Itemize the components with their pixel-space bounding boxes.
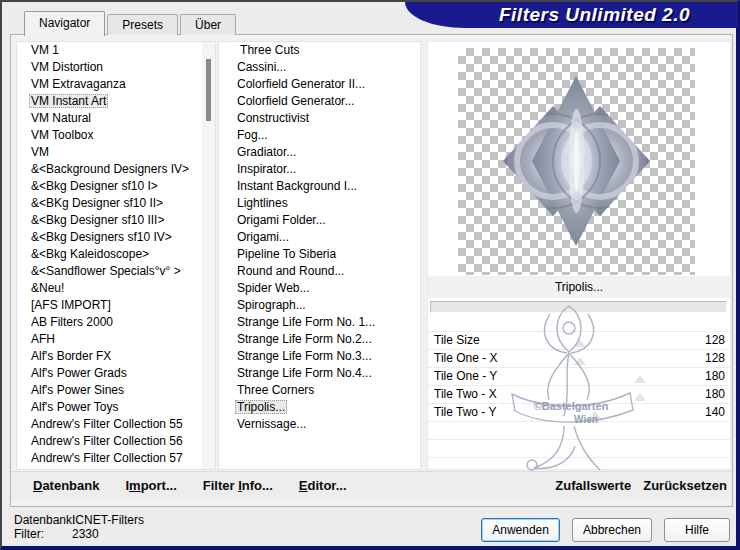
- category-list-item[interactable]: &<Background Designers IV>: [17, 161, 215, 178]
- category-item-label: VM Toolbox: [29, 128, 95, 142]
- progress-bar: [430, 301, 727, 313]
- category-list[interactable]: VM 1VM DistortionVM ExtravaganzaVM Insta…: [16, 41, 216, 470]
- filter-list-item[interactable]: Strange Life Form No.3...: [219, 348, 420, 365]
- category-item-label: VM: [29, 145, 51, 159]
- preview-image[interactable]: [458, 48, 695, 275]
- category-list-item[interactable]: &<Bkg Designer sf10 III>: [17, 212, 215, 229]
- category-scrollbar[interactable]: [202, 42, 215, 469]
- status-filter-row: Filter:2330: [14, 527, 144, 541]
- category-list-item[interactable]: [AFS IMPORT]: [17, 297, 215, 314]
- footer-link-import[interactable]: Import...: [125, 478, 176, 493]
- filter-list-item[interactable]: Pipeline To Siberia: [219, 246, 420, 263]
- slider-thumb-icon[interactable]: [589, 411, 601, 419]
- param-empty-row: [428, 440, 730, 458]
- footer-link-zur-cksetzen[interactable]: Zurücksetzen: [643, 478, 727, 493]
- tab-ber[interactable]: Über: [180, 14, 236, 35]
- slider-thumb-icon[interactable]: [574, 357, 586, 365]
- filter-list[interactable]: Three CutsCassini...Colorfield Generator…: [218, 41, 421, 470]
- param-value: 128: [705, 332, 725, 349]
- category-list-item[interactable]: VM Instant Art: [17, 93, 215, 110]
- filter-list-item[interactable]: Spider Web...: [219, 280, 420, 297]
- param-slider-row[interactable]: Tile Two - X180: [428, 386, 730, 404]
- category-list-item[interactable]: Andrew's Filter Collection 58: [17, 467, 215, 470]
- category-list-item[interactable]: &<Bkg Designers sf10 IV>: [17, 229, 215, 246]
- slider-thumb-icon[interactable]: [634, 375, 646, 383]
- category-list-item[interactable]: Alf's Power Sines: [17, 382, 215, 399]
- filter-list-item[interactable]: Inspirator...: [219, 161, 420, 178]
- footer-link-zufallswerte[interactable]: Zufallswerte: [555, 478, 631, 493]
- filter-list-items: Three CutsCassini...Colorfield Generator…: [219, 42, 420, 433]
- category-list-item[interactable]: VM Natural: [17, 110, 215, 127]
- category-item-label: Alf's Power Sines: [29, 383, 126, 397]
- anwenden-button[interactable]: Anwenden: [481, 518, 560, 542]
- tab-navigator[interactable]: Navigator: [24, 11, 105, 36]
- category-list-item[interactable]: &<BKg Designer sf10 II>: [17, 195, 215, 212]
- filter-list-item[interactable]: Origami Folder...: [219, 212, 420, 229]
- param-slider-row[interactable]: Tile Two - Y140: [428, 404, 730, 422]
- category-item-label: &<Bkg Designer sf10 III>: [29, 213, 166, 227]
- filter-list-item[interactable]: Three Cuts: [219, 42, 420, 59]
- filter-list-item[interactable]: Spirograph...: [219, 297, 420, 314]
- category-list-item[interactable]: AFH: [17, 331, 215, 348]
- filter-item-label: Pipeline To Siberia: [235, 247, 338, 261]
- filter-list-item[interactable]: Strange Life Form No. 1...: [219, 314, 420, 331]
- category-list-items: VM 1VM DistortionVM ExtravaganzaVM Insta…: [17, 42, 215, 470]
- param-slider-row[interactable]: Tile One - X128: [428, 350, 730, 368]
- filter-item-label: Origami...: [235, 230, 291, 244]
- category-item-label: VM 1: [29, 43, 61, 57]
- app-title: Filters Unlimited 2.0: [499, 4, 690, 26]
- filter-list-item[interactable]: Origami...: [219, 229, 420, 246]
- footer-link-datenbank[interactable]: Datenbank: [33, 478, 99, 493]
- filter-list-item[interactable]: Colorfield Generator...: [219, 93, 420, 110]
- tab-presets[interactable]: Presets: [107, 14, 178, 35]
- category-list-item[interactable]: VM Toolbox: [17, 127, 215, 144]
- category-list-item[interactable]: Alf's Border FX: [17, 348, 215, 365]
- abbrechen-button[interactable]: Abbrechen: [572, 518, 652, 542]
- slider-thumb-icon[interactable]: [634, 393, 646, 401]
- filter-list-item[interactable]: Colorfield Generator II...: [219, 76, 420, 93]
- slider-thumb-icon[interactable]: [574, 339, 586, 347]
- tab-bar: NavigatorPresetsÜber: [24, 11, 238, 35]
- category-list-item[interactable]: &<Bkg Designer sf10 I>: [17, 178, 215, 195]
- param-label: Tile Two - Y: [434, 404, 496, 421]
- filter-list-item[interactable]: Instant Background I...: [219, 178, 420, 195]
- filter-list-item[interactable]: Gradiator...: [219, 144, 420, 161]
- filter-list-item[interactable]: Lightlines: [219, 195, 420, 212]
- filter-list-item[interactable]: Strange Life Form No.4...: [219, 365, 420, 382]
- category-item-label: [AFS IMPORT]: [29, 298, 113, 312]
- filter-list-item[interactable]: Vernissage...: [219, 416, 420, 433]
- category-list-item[interactable]: &Neu!: [17, 280, 215, 297]
- filter-list-item[interactable]: Round and Round...: [219, 263, 420, 280]
- category-list-item[interactable]: Alf's Power Grads: [17, 365, 215, 382]
- filter-list-item[interactable]: Cassini...: [219, 59, 420, 76]
- filter-item-label: Gradiator...: [235, 145, 298, 159]
- param-value: 140: [705, 404, 725, 421]
- filter-list-item[interactable]: Strange Life Form No.2...: [219, 331, 420, 348]
- hilfe-button[interactable]: Hilfe: [664, 518, 730, 542]
- category-list-item[interactable]: Andrew's Filter Collection 57: [17, 450, 215, 467]
- category-list-item[interactable]: Alf's Power Toys: [17, 399, 215, 416]
- category-list-item[interactable]: Andrew's Filter Collection 56: [17, 433, 215, 450]
- category-list-item[interactable]: VM: [17, 144, 215, 161]
- category-list-item[interactable]: Andrew's Filter Collection 55: [17, 416, 215, 433]
- footer-link-editor[interactable]: Editor...: [299, 478, 347, 493]
- kaleidoscope-preview-graphic: [458, 48, 695, 275]
- category-list-item[interactable]: VM Extravaganza: [17, 76, 215, 93]
- category-list-item[interactable]: &<Sandflower Specials°v° >: [17, 263, 215, 280]
- scrollbar-thumb[interactable]: [206, 59, 211, 121]
- category-list-item[interactable]: VM Distortion: [17, 59, 215, 76]
- filter-list-item[interactable]: Tripolis...: [219, 399, 420, 416]
- param-slider-row[interactable]: Tile One - Y180: [428, 368, 730, 386]
- filter-list-item[interactable]: Constructivist: [219, 110, 420, 127]
- param-label: Tile Two - X: [434, 386, 497, 403]
- category-list-item[interactable]: VM 1: [17, 42, 215, 59]
- param-slider-row[interactable]: Tile Size128: [428, 332, 730, 350]
- category-item-label: Andrew's Filter Collection 57: [29, 451, 185, 465]
- category-list-item[interactable]: AB Filters 2000: [17, 314, 215, 331]
- filter-item-label: Origami Folder...: [235, 213, 328, 227]
- filter-list-item[interactable]: Three Corners: [219, 382, 420, 399]
- preview-panel: Tripolis... Tile Size128Tile One - X128T…: [427, 41, 731, 470]
- footer-link-filter-info[interactable]: Filter Info...: [203, 478, 273, 493]
- category-list-item[interactable]: &<Bkg Kaleidoscope>: [17, 246, 215, 263]
- filter-list-item[interactable]: Fog...: [219, 127, 420, 144]
